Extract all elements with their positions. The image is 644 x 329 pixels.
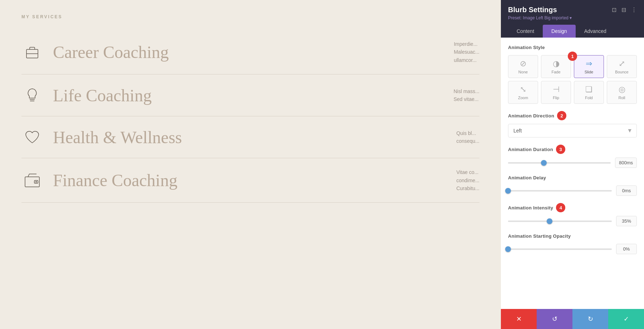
undo-button[interactable]: ↺: [537, 309, 572, 329]
redo-icon: ↻: [588, 315, 593, 323]
main-content: MY SERVICES Career Coaching Imperdie...M…: [0, 0, 501, 329]
career-text: Imperdie...Malesuac...ullamcor...: [454, 40, 479, 64]
briefcase-icon: [23, 43, 42, 62]
fade-icon: ◑: [553, 59, 560, 68]
tab-advanced[interactable]: Advanced: [576, 25, 615, 38]
anim-slide[interactable]: ⇒ Slide: [574, 55, 604, 78]
tab-design[interactable]: Design: [543, 25, 576, 38]
life-text: Nisl mass...Sed vitae...: [454, 87, 479, 103]
delay-slider-row: 0ms: [508, 185, 637, 196]
finance-text: Vitae co...condime...Curabitu...: [456, 168, 479, 192]
slide-icon: ⇒: [586, 59, 592, 68]
fade-label: Fade: [551, 70, 560, 74]
animation-duration-section: Animation Duration 3 800ms: [508, 145, 637, 168]
cancel-button[interactable]: ✕: [501, 309, 537, 329]
animation-duration-label: Animation Duration: [508, 147, 553, 152]
panel-header-top: Blurb Settings ⊡ ⊟ ⋮: [508, 6, 637, 14]
focus-icon[interactable]: ⊡: [612, 6, 616, 13]
roll-icon: ◎: [619, 85, 625, 94]
svg-rect-4: [25, 177, 39, 187]
panel-preset[interactable]: Preset: Image Left Big imported ▾: [508, 15, 637, 20]
intensity-slider-thumb[interactable]: [547, 218, 552, 224]
opacity-slider-row: 0%: [508, 244, 637, 254]
panel-footer: ✕ ↺ ↻ ✓: [501, 309, 644, 329]
section-label: MY SERVICES: [21, 14, 479, 19]
panel-title: Blurb Settings: [508, 6, 557, 14]
none-label: None: [518, 70, 528, 74]
roll-label: Roll: [619, 96, 625, 100]
animation-opacity-section: Animation Starting Opacity 0%: [508, 233, 637, 254]
service-item-life: Life Coaching Nisl mass...Sed vitae...: [21, 74, 479, 116]
panel-body: Animation Style 1 ⊘ None ◑ Fade ⇒: [501, 38, 644, 309]
animation-intensity-section: Animation Intensity 4 35%: [508, 203, 637, 226]
animation-direction-section: Animation Direction 2 Left Right Top Bot…: [508, 111, 637, 137]
intensity-slider-row: 35%: [508, 216, 637, 226]
slide-label: Slide: [585, 70, 593, 74]
flip-icon: ⊣: [553, 85, 560, 94]
life-icon: [21, 84, 43, 106]
animation-intensity-label: Animation Intensity: [508, 205, 553, 211]
direction-select-wrapper: Left Right Top Bottom ▼: [508, 124, 637, 137]
step3-badge: 3: [556, 145, 565, 154]
columns-icon[interactable]: ⊟: [621, 6, 626, 13]
career-title: Career Coaching: [53, 42, 447, 62]
health-text: Quis bl...consequ...: [456, 129, 479, 145]
opacity-value: 0%: [616, 244, 637, 254]
undo-icon: ↺: [552, 315, 557, 323]
duration-slider-thumb[interactable]: [541, 160, 547, 166]
delay-slider-track[interactable]: [508, 190, 612, 192]
finance-title: Finance Coaching: [53, 170, 449, 190]
svg-point-6: [35, 181, 37, 183]
save-button[interactable]: ✓: [608, 309, 644, 329]
save-icon: ✓: [624, 315, 629, 323]
finance-icon: [21, 170, 43, 191]
zoom-label: Zoom: [518, 96, 528, 100]
heart-icon: [23, 128, 42, 146]
redo-button[interactable]: ↻: [572, 309, 608, 329]
fold-label: Fold: [585, 96, 592, 100]
step1-badge: 1: [568, 52, 577, 61]
step2-badge: 2: [557, 111, 566, 120]
animation-delay-label: Animation Delay: [508, 175, 637, 180]
opacity-slider-track[interactable]: [508, 248, 612, 250]
duration-slider-track[interactable]: [508, 162, 611, 164]
opacity-slider-thumb[interactable]: [505, 246, 511, 252]
anim-flip[interactable]: ⊣ Flip: [541, 81, 571, 104]
anim-zoom[interactable]: ⤡ Zoom: [508, 81, 538, 104]
bounce-icon: ⤢: [619, 59, 625, 68]
intensity-slider-track[interactable]: [508, 221, 612, 222]
service-item-career: Career Coaching Imperdie...Malesuac...ul…: [21, 30, 479, 74]
animation-direction-label: Animation Direction: [508, 113, 554, 118]
anim-fold[interactable]: ❏ Fold: [574, 81, 604, 104]
health-icon: [21, 126, 43, 148]
duration-slider-row: 800ms: [508, 158, 637, 168]
intensity-slider-fill: [508, 221, 550, 222]
tab-content[interactable]: Content: [508, 25, 543, 38]
zoom-icon: ⤡: [520, 85, 526, 94]
panel-tabs: Content Design Advanced: [508, 25, 637, 38]
anim-none[interactable]: ⊘ None: [508, 55, 538, 78]
duration-slider-fill: [508, 162, 544, 164]
animation-style-label: Animation Style: [508, 45, 637, 50]
panel-header-icons: ⊡ ⊟ ⋮: [612, 6, 637, 13]
fold-icon: ❏: [585, 85, 592, 94]
direction-select[interactable]: Left Right Top Bottom: [508, 124, 637, 137]
anim-roll[interactable]: ◎ Roll: [607, 81, 637, 104]
animation-opacity-label: Animation Starting Opacity: [508, 233, 637, 239]
health-title: Health & Wellness: [53, 127, 449, 147]
delay-value: 0ms: [616, 185, 637, 196]
anim-bounce[interactable]: ⤢ Bounce: [607, 55, 637, 78]
delay-slider-thumb[interactable]: [505, 188, 511, 194]
panel-header: Blurb Settings ⊡ ⊟ ⋮ Preset: Image Left …: [501, 0, 644, 38]
animation-delay-section: Animation Delay 0ms: [508, 175, 637, 196]
anim-fade[interactable]: ◑ Fade: [541, 55, 571, 78]
animation-grid: 1 ⊘ None ◑ Fade ⇒ Slide: [508, 55, 637, 104]
settings-panel: Blurb Settings ⊡ ⊟ ⋮ Preset: Image Left …: [501, 0, 644, 329]
more-icon[interactable]: ⋮: [631, 6, 637, 13]
cancel-icon: ✕: [516, 315, 522, 323]
service-item-health: Health & Wellness Quis bl...consequ...: [21, 116, 479, 158]
intensity-value: 35%: [616, 216, 637, 226]
wallet-icon: [23, 171, 42, 190]
service-item-finance: Finance Coaching Vitae co...condime...Cu…: [21, 158, 479, 203]
life-title: Life Coaching: [53, 86, 447, 105]
